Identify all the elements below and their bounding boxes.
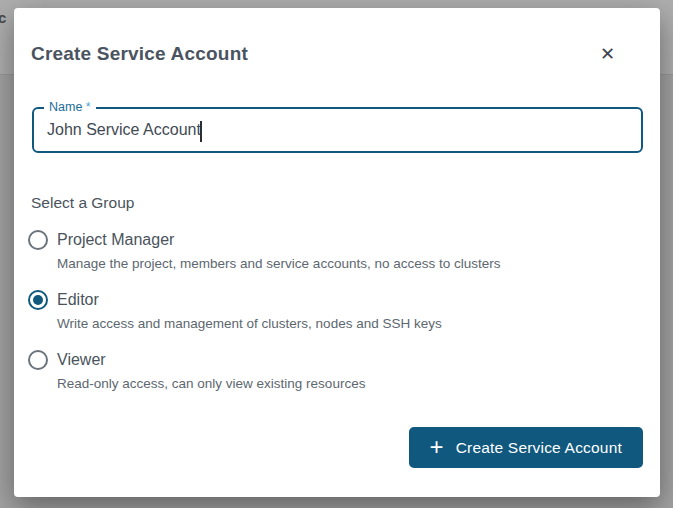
text-caret — [200, 121, 202, 142]
create-service-account-button-label: Create Service Account — [456, 439, 622, 457]
required-asterisk: * — [86, 100, 91, 114]
radio-option-row: Editor — [31, 290, 643, 310]
background-text-fragment: c — [0, 9, 6, 26]
radio-button-icon[interactable] — [28, 290, 48, 310]
radio-option-description: Write access and management of clusters,… — [57, 316, 643, 331]
radio-option-row: Viewer — [31, 350, 643, 370]
name-input[interactable] — [34, 121, 641, 139]
dialog-title: Create Service Account — [31, 43, 248, 65]
radio-option-label: Viewer — [57, 351, 106, 369]
dialog-actions: + Create Service Account — [31, 427, 643, 468]
create-service-account-dialog: Create Service Account ✕ Name * Select a… — [14, 8, 660, 497]
group-section-heading: Select a Group — [31, 194, 643, 212]
plus-icon: + — [430, 435, 444, 459]
group-radio-list: Project Manager Manage the project, memb… — [31, 230, 643, 410]
dialog-header: Create Service Account ✕ — [31, 41, 643, 67]
radio-option-description: Read-only access, can only view existing… — [57, 376, 643, 391]
close-icon[interactable]: ✕ — [596, 41, 619, 67]
create-service-account-button[interactable]: + Create Service Account — [409, 427, 643, 468]
name-field-label-text: Name — [49, 100, 82, 114]
name-field-label: Name * — [44, 100, 96, 114]
radio-option-editor[interactable]: Editor Write access and management of cl… — [31, 290, 643, 331]
radio-option-project-manager[interactable]: Project Manager Manage the project, memb… — [31, 230, 643, 271]
radio-option-label: Editor — [57, 291, 99, 309]
name-field-outline: Name * — [32, 107, 643, 153]
radio-option-row: Project Manager — [31, 230, 643, 250]
radio-option-label: Project Manager — [57, 231, 174, 249]
radio-button-icon[interactable] — [28, 230, 48, 250]
radio-option-description: Manage the project, members and service … — [57, 256, 643, 271]
radio-button-icon[interactable] — [28, 350, 48, 370]
radio-option-viewer[interactable]: Viewer Read-only access, can only view e… — [31, 350, 643, 391]
